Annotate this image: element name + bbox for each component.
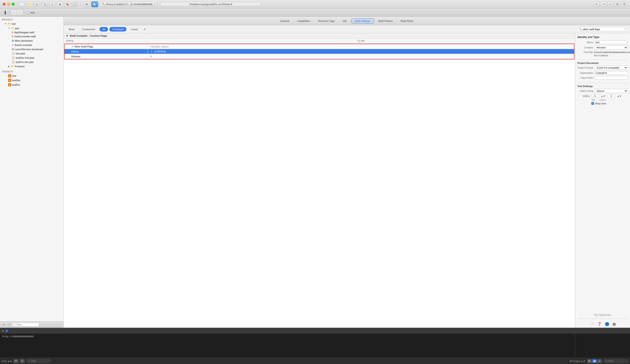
basic-pill[interactable]: Basic <box>66 27 78 32</box>
filter-icon: ⊙ <box>14 323 16 326</box>
redo-icon[interactable]: ↪ <box>600 2 606 7</box>
clear-search-icon[interactable]: ✕ <box>624 28 626 30</box>
project-format-select[interactable]: Xcode 8.0-compatible <box>594 66 628 70</box>
bookmark-icon[interactable]: 🔖 <box>64 2 70 7</box>
location-label: Location <box>577 46 593 49</box>
output-chevron-icon: ▲▼ <box>581 360 586 362</box>
customized-pill[interactable]: Customized <box>79 27 98 32</box>
levels-pill[interactable]: Levels <box>128 27 141 32</box>
close-button[interactable] <box>3 3 6 6</box>
device-selector[interactable]: 🔨 iPhone 8 (E6ACC17...41-916AE58EB49B) <box>100 2 154 6</box>
identity-type-title: Identity and Type <box>577 36 628 39</box>
layout-triple-icon[interactable]: ☰ <box>622 2 627 7</box>
sidebar-item-project[interactable]: ▼ 📁 test <box>0 22 64 26</box>
debug-row[interactable]: Debug + -D DEBUG <box>64 49 574 54</box>
add-folder-icon[interactable]: 📁 <box>26 2 32 7</box>
sidebar-item-info-plist[interactable]: 📋 Info.plist <box>0 51 64 56</box>
swift-compiler-section[interactable]: ▼ Swift Compiler - Custom Flags <box>64 33 575 38</box>
sidebar-item-products[interactable]: ▶ 📁 Products <box>0 64 64 68</box>
breakpoint-icon[interactable]: ◈ <box>57 2 63 7</box>
sidebar-filter[interactable]: ⊙ Filter <box>12 323 39 326</box>
release-row[interactable]: Release ⚙ <box>64 54 574 59</box>
all-pill[interactable]: All <box>100 27 108 32</box>
debug-info-button[interactable]: ℹ <box>20 359 24 363</box>
search-icon[interactable]: 🔍 <box>42 2 48 7</box>
target-testdev-label: testDev <box>12 79 20 82</box>
layout-split-icon[interactable]: ⊟ <box>614 2 620 7</box>
class-prefix-input[interactable] <box>594 76 628 80</box>
indent-width-input[interactable] <box>607 94 615 98</box>
tab-general[interactable]: General <box>276 18 293 24</box>
toggle-sidebar-icon[interactable]: ▐ <box>2 10 8 15</box>
maximize-button[interactable] <box>12 3 14 6</box>
new-file-icon[interactable]: 📄 <box>19 2 24 7</box>
layout-debug-button[interactable]: ▦ <box>592 359 597 363</box>
location-select[interactable]: Absolute <box>594 46 628 50</box>
debug-panel-left: http://dddddddddddddd <box>0 334 575 358</box>
tab-info[interactable]: Info <box>339 18 350 24</box>
name-input[interactable] <box>594 40 628 44</box>
settings-table: ▼ Swift Compiler - Custom Flags Setting … <box>64 33 575 328</box>
identity-inspector-icon[interactable]: 🔵 <box>605 322 609 326</box>
add-value-button[interactable]: + <box>150 50 153 53</box>
trash-button[interactable]: 🗑 <box>587 359 592 363</box>
add-setting-button[interactable]: + <box>142 27 147 32</box>
indent-using-select[interactable]: Spaces <box>594 89 628 93</box>
debug-eye-button[interactable]: 👁 <box>14 359 18 363</box>
tab-width-input[interactable] <box>591 94 599 98</box>
search-box[interactable]: 🔍 ✕ <box>577 27 628 31</box>
scheme-selector-icon[interactable]: ⊞ <box>84 2 90 7</box>
layout-list-button[interactable]: ≡ <box>597 359 602 363</box>
left-filter-box[interactable]: ⊙ Filter <box>26 359 51 363</box>
debug-label: Debug <box>64 49 148 54</box>
debug-indicator <box>6 330 8 332</box>
add-group-icon[interactable]: 🗂 <box>34 2 40 7</box>
sidebar-target-testdev[interactable]: A testDev <box>0 78 64 82</box>
breadcrumb: 📋 test <box>26 11 35 14</box>
forward-button[interactable]: › <box>17 10 23 15</box>
comment-icon[interactable]: 💬 <box>72 2 78 7</box>
file-inspector-icon[interactable]: 📄 <box>590 322 594 326</box>
combined-pill[interactable]: Combined <box>109 27 126 32</box>
add-file-button[interactable]: + <box>1 322 6 327</box>
text-settings-title: Text Settings <box>577 85 628 88</box>
undo-icon[interactable]: ↩ <box>594 2 600 7</box>
divider-1 <box>577 60 628 60</box>
sidebar-item-main-storyboard[interactable]: ▦ Main.storyboard <box>0 38 64 43</box>
chevron-right-icon: ▼ <box>4 23 6 25</box>
remove-file-button[interactable]: − <box>7 322 11 327</box>
tab-build-phases[interactable]: Build Phases <box>374 18 396 24</box>
all-output-selector[interactable]: All Output ▲▼ <box>570 360 586 362</box>
attributes-inspector-icon[interactable]: ▦ <box>612 322 616 326</box>
settings-column-headers: Setting 🔨 test <box>64 38 575 44</box>
quick-help-icon[interactable]: ❓ <box>597 322 602 326</box>
right-filter-box[interactable]: ⊙ Filter <box>604 359 628 363</box>
organization-input[interactable] <box>594 71 628 75</box>
layout-single-icon[interactable]: ▭ <box>608 2 613 7</box>
sidebar-item-launchscreen[interactable]: ▦ LaunchScreen.storyboard <box>0 47 64 51</box>
wrap-lines-checkbox[interactable]: ✓ <box>591 102 594 105</box>
warning-icon[interactable]: ⚠ <box>49 2 55 7</box>
targets-section-label: TARGETS <box>0 68 64 74</box>
sidebar-item-test-root[interactable]: ▼ 📁 test <box>0 26 64 30</box>
other-swift-flags-row[interactable]: ▼ Other Swift Flags <Multiple values> <box>64 44 574 49</box>
sidebar-item-testpro-info[interactable]: 📋 testPro-Info.plist <box>0 60 64 64</box>
sidebar-target-test[interactable]: A test <box>0 74 64 78</box>
sidebar-item-viewcontroller[interactable]: S ViewController.swift <box>0 34 64 38</box>
run-button[interactable]: ▶ <box>91 1 98 7</box>
tab-resource-tags[interactable]: Resource Tags <box>314 18 338 24</box>
minimize-button[interactable] <box>7 3 10 6</box>
toggle-debug-icon[interactable]: ▼ <box>2 330 4 332</box>
back-button[interactable]: ‹ <box>11 10 17 15</box>
tab-build-rules[interactable]: Build Rules <box>397 18 417 24</box>
tab-build-settings[interactable]: Build Settings <box>351 18 374 24</box>
tab-capabilities[interactable]: Capabilities <box>294 18 314 24</box>
no-matches-label: No Matches <box>577 313 628 317</box>
sidebar-item-assets[interactable]: ◈ Assets.xcassets <box>0 43 64 47</box>
auto-selector[interactable]: Auto ▲▼ <box>2 360 12 362</box>
sidebar-target-testpro[interactable]: A testPro <box>0 82 64 87</box>
search-input[interactable] <box>583 28 623 30</box>
reveal-icon[interactable]: → <box>608 54 611 57</box>
sidebar-item-testdev-info[interactable]: 📋 testDev-Info.plist <box>0 56 64 60</box>
sidebar-item-appdelegate[interactable]: S AppDelegate.swift <box>0 30 64 34</box>
